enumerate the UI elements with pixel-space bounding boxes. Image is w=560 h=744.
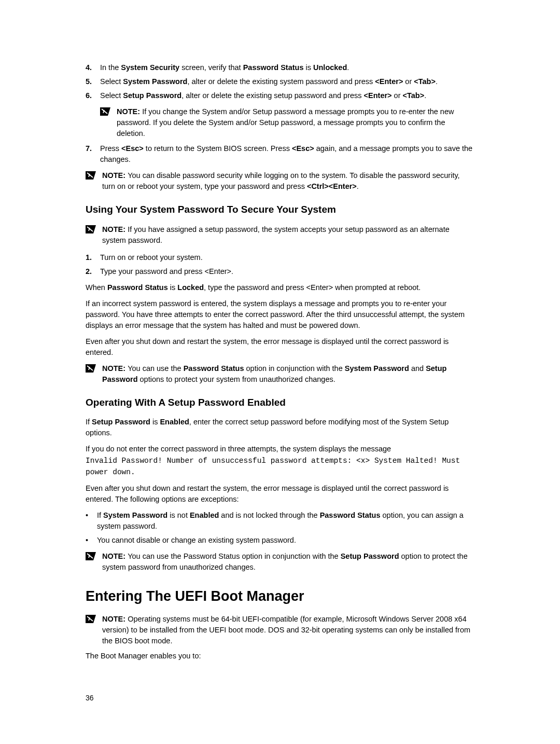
bullet-icon: • — [86, 535, 97, 546]
step-7: 7. Press <Esc> to return to the System B… — [86, 143, 474, 165]
step-text: In the System Security screen, verify th… — [100, 62, 474, 73]
note-text: NOTE: You can use the Password Status op… — [102, 551, 474, 573]
note-setup-option: NOTE: You can use the Password Status op… — [86, 551, 474, 573]
step-number: 6. — [86, 90, 100, 101]
list-item: • You cannot disable or change an existi… — [86, 535, 474, 546]
step-text: Press <Esc> to return to the System BIOS… — [100, 143, 474, 165]
heading-using-system-password: Using Your System Password To Secure You… — [86, 202, 474, 217]
note-icon — [86, 615, 96, 623]
note-text: NOTE: You can use the Password Status op… — [102, 363, 474, 385]
note-step6: NOTE: If you change the System and/or Se… — [100, 106, 474, 139]
bullet-icon: • — [86, 510, 97, 532]
para-if-setup: If Setup Password is Enabled, enter the … — [86, 417, 474, 438]
step-number: 4. — [86, 62, 100, 73]
note-pw-status: NOTE: You can use the Password Status op… — [86, 363, 474, 385]
numbered-steps-mid: 1. Turn on or reboot your system. 2. Typ… — [86, 252, 474, 277]
step-number: 5. — [86, 76, 100, 87]
step-6: 6. Select Setup Password, alter or delet… — [86, 90, 474, 101]
note-uefi: NOTE: Operating systems must be 64-bit U… — [86, 614, 474, 646]
heading-uefi-boot-manager: Entering The UEFI Boot Manager — [86, 586, 474, 607]
step-number: 2. — [86, 266, 100, 277]
para-incorrect-pw: If an incorrect system password is enter… — [86, 298, 474, 331]
page-number: 36 — [86, 693, 474, 703]
code-invalid-pw: Invalid Password! Number of unsuccessful… — [86, 456, 474, 477]
step-text: Turn on or reboot your system. — [100, 252, 474, 263]
numbered-steps-top-cont: 7. Press <Esc> to return to the System B… — [86, 143, 474, 165]
note-text: NOTE: Operating systems must be 64-bit U… — [102, 614, 474, 646]
note-icon — [86, 171, 96, 180]
exceptions-list: • If System Password is not Enabled and … — [86, 510, 474, 546]
step-text: Type your password and press <Enter>. — [100, 266, 474, 277]
step-number: 1. — [86, 252, 100, 263]
note-icon — [86, 364, 96, 373]
list-text: If System Password is not Enabled and is… — [97, 510, 474, 532]
para-even-after-1: Even after you shut down and restart the… — [86, 336, 474, 358]
para-even-after-2: Even after you shut down and restart the… — [86, 483, 474, 505]
para-when-locked: When Password Status is Locked, type the… — [86, 282, 474, 293]
note-icon — [100, 107, 110, 116]
step-1: 1. Turn on or reboot your system. — [86, 252, 474, 263]
step-4: 4. In the System Security screen, verify… — [86, 62, 474, 73]
heading-operating-setup-pw: Operating With A Setup Password Enabled — [86, 395, 474, 410]
note-text: NOTE: If you have assigned a setup passw… — [102, 224, 474, 246]
note-text: NOTE: You can disable password security … — [102, 170, 474, 192]
para-if-not-enter: If you do not enter the correct password… — [86, 444, 474, 454]
step-5: 5. Select System Password, alter or dele… — [86, 76, 474, 87]
numbered-steps-top: 4. In the System Security screen, verify… — [86, 62, 474, 101]
note-disable-pw: NOTE: You can disable password security … — [86, 170, 474, 192]
step-text: Select System Password, alter or delete … — [100, 76, 474, 87]
step-text: Select Setup Password, alter or delete t… — [100, 90, 474, 101]
list-item: • If System Password is not Enabled and … — [86, 510, 474, 532]
step-2: 2. Type your password and press <Enter>. — [86, 266, 474, 277]
para-boot-manager: The Boot Manager enables you to: — [86, 651, 474, 662]
note-icon — [86, 225, 96, 233]
step-number: 7. — [86, 143, 100, 165]
note-assigned-setup: NOTE: If you have assigned a setup passw… — [86, 224, 474, 246]
note-text: NOTE: If you change the System and/or Se… — [117, 106, 474, 139]
list-text: You cannot disable or change an existing… — [97, 535, 474, 546]
note-icon — [86, 552, 96, 560]
